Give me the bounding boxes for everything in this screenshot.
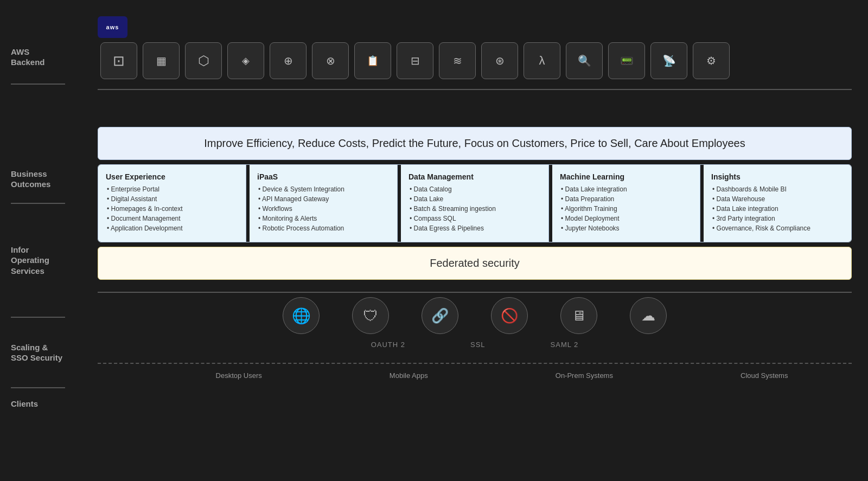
aws-icon-3: ⬡ <box>185 42 222 79</box>
scaling-sso-label: Scaling &SSO Security <box>11 342 62 363</box>
ipaas-item-4: Monitoring & Alerts <box>257 215 390 222</box>
insights-item-1: Dashboards & Mobile BI <box>711 185 844 193</box>
data-item-3: Batch & Streaming ingestion <box>409 205 541 213</box>
client-cloud: Cloud Systems <box>741 371 788 380</box>
ipaas-item-5: Robotic Process Automation <box>257 225 390 232</box>
label-spacer1 <box>11 87 92 157</box>
aws-logo-row: aws <box>98 16 852 38</box>
scaling-icon-4: 🚫 <box>491 297 528 334</box>
service-title-ipaas: iPaaS <box>257 172 390 181</box>
aws-logo-text: aws <box>106 24 119 30</box>
infor-operating-label: InforOperatingServices <box>11 245 49 277</box>
services-row: User Experience Enterprise Portal Digita… <box>98 164 852 242</box>
aws-icon-5: ⊕ <box>270 42 307 79</box>
insights-item-2: Data Warehouse <box>711 195 844 203</box>
diagram-container: AWSBackend BusinessOutcomes InforOperati… <box>0 0 868 481</box>
label-scaling: Scaling &SSO Security <box>11 320 92 385</box>
aws-icon-12: 🔍 <box>566 42 603 79</box>
protocol-labels-row: OAUTH 2 SSL SAML 2 <box>98 341 852 349</box>
label-outcomes: BusinessOutcomes <box>11 157 92 201</box>
aws-icon-13: 📟 <box>608 42 645 79</box>
protocol-saml: SAML 2 <box>551 341 579 349</box>
labels-column: AWSBackend BusinessOutcomes InforOperati… <box>0 11 92 470</box>
divider-3 <box>11 317 65 318</box>
aws-backend-row: aws ⊡ ▦ ⬡ ◈ ⊕ ⊗ 📋 ⊟ ≋ ⊛ λ 🔍 📟 📡 ⚙ <box>98 16 852 79</box>
federated-text: Federated security <box>430 257 520 269</box>
insights-item-4: 3rd Party integration <box>711 215 844 222</box>
scaling-icon-5: 🖥 <box>560 297 597 334</box>
aws-icon-4: ◈ <box>227 42 264 79</box>
service-title-data: Data Management <box>409 172 541 181</box>
ml-item-5: Jupyter Notebooks <box>560 225 692 232</box>
aws-icon-14: 📡 <box>650 42 687 79</box>
divider-after-federated <box>98 292 852 293</box>
service-box-ipaas: iPaaS Device & System Integration API Ma… <box>250 165 398 242</box>
ux-item-5: Application Development <box>106 225 238 232</box>
aws-icon-2: ▦ <box>143 42 180 79</box>
service-box-ux: User Experience Enterprise Portal Digita… <box>98 165 246 242</box>
client-onprem: On-Prem Systems <box>556 371 613 380</box>
data-item-4: Compass SQL <box>409 215 541 222</box>
client-mobile: Mobile Apps <box>390 371 428 380</box>
scaling-icon-1: 🌐 <box>283 297 320 334</box>
data-item-2: Data Lake <box>409 195 541 203</box>
aws-icon-1: ⊡ <box>100 42 137 79</box>
clients-row: Desktop Users Mobile Apps On-Prem System… <box>152 368 852 383</box>
label-operating: InforOperatingServices <box>11 206 92 315</box>
scaling-icon-6: ☁ <box>630 297 667 334</box>
protocol-oauth: OAUTH 2 <box>371 341 405 349</box>
scaling-icon-2: 🛡 <box>352 297 389 334</box>
ux-item-4: Document Management <box>106 215 238 222</box>
aws-icon-6: ⊗ <box>312 42 349 79</box>
outcomes-text: Improve Efficiency, Reduce Costs, Predic… <box>204 137 745 149</box>
ipaas-item-2: API Managed Gateway <box>257 195 390 203</box>
scaling-row: 🌐 🛡 🔗 🚫 🖥 ☁ OAUTH 2 <box>98 297 852 353</box>
divider-4 <box>11 387 65 388</box>
ipaas-item-1: Device & System Integration <box>257 185 390 193</box>
aws-icon-9: ≋ <box>439 42 476 79</box>
label-aws: AWSBackend <box>11 16 92 81</box>
scaling-icon-3: 🔗 <box>422 297 458 334</box>
service-title-ux: User Experience <box>106 172 238 181</box>
label-clients: Clients <box>11 390 92 418</box>
aws-icon-15: ⚙ <box>693 42 730 79</box>
ml-item-1: Data Lake integration <box>560 185 692 193</box>
aws-icon-7: 📋 <box>354 42 391 79</box>
insights-item-5: Governance, Risk & Compliance <box>711 225 844 232</box>
clients-label: Clients <box>11 399 38 409</box>
scaling-icons-row: 🌐 🛡 🔗 🚫 🖥 ☁ <box>98 297 852 334</box>
aws-icon-8: ⊟ <box>397 42 433 79</box>
spacer-above-outcomes <box>98 94 852 127</box>
insights-item-3: Data Lake integration <box>711 205 844 213</box>
main-column: aws ⊡ ▦ ⬡ ◈ ⊕ ⊗ 📋 ⊟ ≋ ⊛ λ 🔍 📟 📡 ⚙ <box>92 11 868 470</box>
service-box-insights: Insights Dashboards & Mobile BI Data War… <box>704 165 851 242</box>
business-outcomes-label: BusinessOutcomes <box>11 169 50 190</box>
ux-item-1: Enterprise Portal <box>106 185 238 193</box>
ml-item-4: Model Deployment <box>560 215 692 222</box>
aws-icon-10: ⊛ <box>481 42 518 79</box>
service-box-ml: Machine Learning Data Lake integration D… <box>552 165 700 242</box>
service-title-ml: Machine Learning <box>560 172 692 181</box>
aws-icon-11: λ <box>524 42 560 79</box>
federated-row: Federated security <box>98 247 852 280</box>
divider-after-aws <box>98 89 852 90</box>
ux-item-2: Digital Assistant <box>106 195 238 203</box>
service-box-data: Data Management Data Catalog Data Lake B… <box>401 165 549 242</box>
ux-item-3: Homepages & In-context <box>106 205 238 213</box>
protocol-ssl: SSL <box>470 341 486 349</box>
aws-logo: aws <box>98 16 127 38</box>
ml-item-3: Algorithm Training <box>560 205 692 213</box>
data-item-1: Data Catalog <box>409 185 541 193</box>
service-title-insights: Insights <box>711 172 844 181</box>
client-desktop: Desktop Users <box>216 371 262 380</box>
dashed-divider <box>98 363 852 364</box>
aws-icons-row: ⊡ ▦ ⬡ ◈ ⊕ ⊗ 📋 ⊟ ≋ ⊛ λ 🔍 📟 📡 ⚙ <box>100 42 852 79</box>
data-item-5: Data Egress & Pipelines <box>409 225 541 232</box>
ipaas-item-3: Workflows <box>257 205 390 213</box>
ml-item-2: Data Preparation <box>560 195 692 203</box>
outcomes-row: Improve Efficiency, Reduce Costs, Predic… <box>98 127 852 160</box>
divider-2 <box>11 203 65 204</box>
divider-1 <box>11 84 65 85</box>
aws-backend-label: AWSBackend <box>11 47 45 68</box>
